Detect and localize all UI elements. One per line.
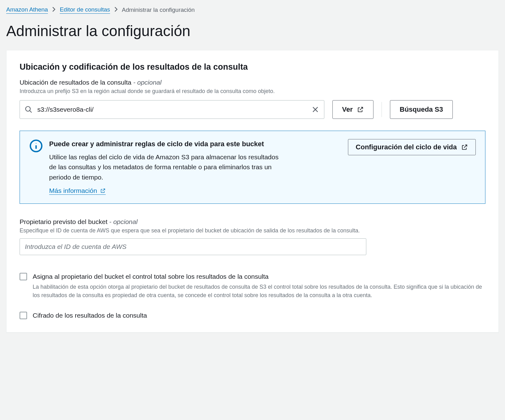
location-optional: - opcional [133, 79, 161, 86]
location-help: Introduzca un prefijo S3 en la región ac… [20, 88, 485, 95]
location-label: Ubicación de resultados de la consulta -… [20, 79, 485, 86]
assign-owner-checkbox[interactable] [20, 273, 27, 280]
svg-point-0 [25, 106, 30, 111]
alert-description: Utilice las reglas del ciclo de vida de … [49, 152, 285, 183]
owner-account-input[interactable] [20, 238, 366, 255]
assign-owner-help: La habilitación de esta opción otorga al… [33, 283, 485, 300]
svg-line-1 [30, 110, 32, 113]
info-icon [29, 139, 43, 195]
encrypt-results-checkbox[interactable] [20, 312, 27, 319]
chevron-right-icon [52, 7, 55, 13]
page-title: Administrar la configuración [6, 22, 499, 40]
view-button[interactable]: Ver [332, 100, 373, 119]
external-link-icon [461, 144, 468, 151]
s3-input-wrap [20, 100, 324, 119]
search-icon [25, 105, 33, 114]
owner-label: Propietario previsto del bucket - opcion… [20, 218, 485, 226]
lifecycle-config-button[interactable]: Configuración del ciclo de vida [348, 139, 476, 155]
location-input-row: Ver Búsqueda S3 [20, 100, 485, 119]
owner-label-text: Propietario previsto del bucket [20, 218, 108, 225]
clear-icon[interactable] [311, 105, 319, 114]
location-label-text: Ubicación de resultados de la consulta [20, 79, 132, 86]
search-s3-button-label: Búsqueda S3 [400, 105, 443, 114]
alert-title: Puede crear y administrar reglas de cicl… [49, 139, 339, 149]
alert-more-link[interactable]: Más información [49, 187, 106, 195]
encrypt-results-block: Cifrado de los resultados de la consulta [20, 311, 485, 320]
breadcrumb-current: Administrar la configuración [122, 7, 195, 13]
search-s3-button[interactable]: Búsqueda S3 [390, 100, 452, 119]
external-link-icon [100, 188, 106, 194]
section-title: Ubicación y codificación de los resultad… [20, 62, 485, 72]
vertical-separator [382, 102, 382, 117]
view-button-label: Ver [342, 105, 353, 114]
owner-optional: - opcional [109, 218, 137, 225]
assign-owner-label: Asigna al propietario del bucket el cont… [33, 272, 485, 281]
owner-help: Especifique el ID de cuenta de AWS que e… [20, 227, 485, 234]
assign-owner-block: Asigna al propietario del bucket el cont… [20, 272, 485, 300]
s3-location-input[interactable] [20, 100, 324, 119]
alert-more-link-label: Más información [49, 187, 97, 194]
lifecycle-alert: Puede crear y administrar reglas de cicl… [20, 131, 485, 204]
settings-card: Ubicación y codificación de los resultad… [6, 50, 499, 333]
breadcrumb: Amazon Athena Editor de consultas Admini… [6, 6, 499, 14]
lifecycle-config-label: Configuración del ciclo de vida [356, 143, 457, 151]
breadcrumb-link-editor[interactable]: Editor de consultas [60, 6, 110, 14]
encrypt-results-label: Cifrado de los resultados de la consulta [33, 311, 485, 320]
breadcrumb-link-athena[interactable]: Amazon Athena [6, 6, 48, 14]
chevron-right-icon [114, 7, 118, 13]
svg-point-6 [36, 143, 36, 144]
external-link-icon [357, 106, 364, 113]
